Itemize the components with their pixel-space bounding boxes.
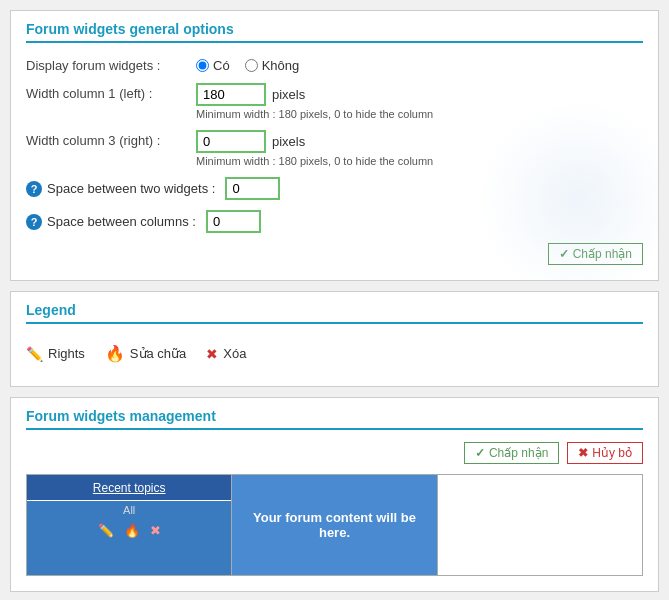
widget1-sub: All (27, 501, 231, 519)
width-col3-note: Minimum width : 180 pixels, 0 to hide th… (196, 155, 643, 167)
width-col3-input-row: pixels (196, 130, 643, 153)
display-widgets-row: Display forum widgets : Có Không (26, 55, 643, 73)
delete-icon: ✖ (206, 346, 218, 362)
width-col3-label: Width column 3 (right) : (26, 130, 196, 148)
radio-co[interactable] (196, 59, 209, 72)
space-columns-input[interactable] (206, 210, 261, 233)
radio-khong-label[interactable]: Không (245, 58, 300, 73)
widget-grid: Recent topics All ✏️ 🔥 ✖ Your forum cont… (26, 474, 643, 576)
width-col1-unit: pixels (272, 87, 305, 102)
space-widgets-help-icon[interactable]: ? (26, 181, 42, 197)
widget-cell-3 (438, 475, 642, 575)
space-columns-help-icon[interactable]: ? (26, 214, 42, 230)
general-options-section: Forum widgets general options Display fo… (10, 10, 659, 281)
radio-co-label[interactable]: Có (196, 58, 230, 73)
legend-edit-label: Sửa chữa (130, 346, 186, 361)
width-col1-note: Minimum width : 180 pixels, 0 to hide th… (196, 108, 643, 120)
management-submit[interactable]: ✓ Chấp nhận (464, 442, 559, 464)
legend-items: ✏️ Rights 🔥 Sửa chữa ✖ Xóa (26, 336, 643, 371)
legend-rights-label: Rights (48, 346, 85, 361)
width-col3-input[interactable] (196, 130, 266, 153)
space-columns-label: Space between columns : (47, 214, 196, 229)
management-cancel[interactable]: ✖ Hủy bỏ (567, 442, 643, 464)
general-options-submit-label: Chấp nhận (573, 247, 632, 261)
edit-icon: 🔥 (105, 344, 125, 363)
general-options-submit[interactable]: ✓ Chấp nhận (548, 243, 643, 265)
width-col1-label: Width column 1 (left) : (26, 83, 196, 101)
display-widgets-label: Display forum widgets : (26, 55, 196, 73)
widget1-delete-icon[interactable]: ✖ (150, 523, 161, 538)
management-submit-label: Chấp nhận (489, 446, 548, 460)
legend-section: Legend ✏️ Rights 🔥 Sửa chữa ✖ Xóa (10, 291, 659, 387)
widget1-title-link[interactable]: Recent topics (93, 481, 166, 495)
legend-title: Legend (26, 302, 643, 324)
submit-check-icon: ✓ (559, 247, 569, 261)
display-widgets-content: Có Không (196, 55, 643, 73)
widget1-header: Recent topics (27, 475, 231, 501)
rights-icon: ✏️ (26, 346, 43, 362)
legend-item-rights: ✏️ Rights (26, 346, 85, 362)
management-actions: ✓ Chấp nhận ✖ Hủy bỏ (26, 442, 643, 464)
width-col3-row: Width column 3 (right) : pixels Minimum … (26, 130, 643, 167)
widget-cell-2: Your forum content will be here. (232, 475, 437, 575)
space-columns-label-group: ? Space between columns : (26, 214, 196, 230)
widget-cell-1: Recent topics All ✏️ 🔥 ✖ (27, 475, 232, 575)
widget2-placeholder: Your forum content will be here. (232, 475, 436, 575)
legend-delete-label: Xóa (223, 346, 246, 361)
width-col3-content: pixels Minimum width : 180 pixels, 0 to … (196, 130, 643, 167)
width-col1-input[interactable] (196, 83, 266, 106)
space-columns-row: ? Space between columns : (26, 210, 643, 233)
width-col1-content: pixels Minimum width : 180 pixels, 0 to … (196, 83, 643, 120)
radio-co-text: Có (213, 58, 230, 73)
management-cancel-label: Hủy bỏ (592, 446, 632, 460)
general-options-title: Forum widgets general options (26, 21, 643, 43)
management-cancel-x-icon: ✖ (578, 446, 588, 460)
space-widgets-row: ? Space between two widgets : (26, 177, 643, 200)
display-widgets-radio-group: Có Không (196, 55, 643, 73)
general-options-actions: ✓ Chấp nhận (26, 243, 643, 265)
legend-item-edit: 🔥 Sửa chữa (105, 344, 186, 363)
legend-item-delete: ✖ Xóa (206, 346, 246, 362)
management-title: Forum widgets management (26, 408, 643, 430)
widget1-icons: ✏️ 🔥 ✖ (27, 519, 231, 542)
management-submit-check-icon: ✓ (475, 446, 485, 460)
width-col1-input-row: pixels (196, 83, 643, 106)
space-widgets-label-group: ? Space between two widgets : (26, 181, 215, 197)
width-col3-unit: pixels (272, 134, 305, 149)
widget1-rights-icon[interactable]: ✏️ (98, 523, 114, 538)
space-widgets-label: Space between two widgets : (47, 181, 215, 196)
radio-khong-text: Không (262, 58, 300, 73)
radio-khong[interactable] (245, 59, 258, 72)
widget1-edit-icon[interactable]: 🔥 (124, 523, 140, 538)
management-section: Forum widgets management ✓ Chấp nhận ✖ H… (10, 397, 659, 592)
width-col1-row: Width column 1 (left) : pixels Minimum w… (26, 83, 643, 120)
space-widgets-input[interactable] (225, 177, 280, 200)
